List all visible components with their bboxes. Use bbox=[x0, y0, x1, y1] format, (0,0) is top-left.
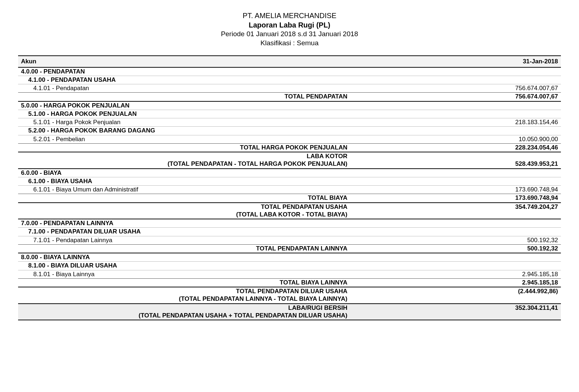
row-5-1-01: 5.1.01 - Harga Pokok Penjualan 218.183.1… bbox=[18, 118, 561, 127]
row-label-line1: LABA/RUGI BERSIH bbox=[21, 304, 347, 312]
section-label: 5.2.00 - HARGA POKOK BARANG DAGANG bbox=[18, 127, 355, 135]
row-value: 352.304.211,41 bbox=[355, 304, 561, 320]
row-5-2-01: 5.2.01 - Pembelian 10.050.900,00 bbox=[18, 135, 561, 143]
row-label-line1: TOTAL PENDAPATAN USAHA bbox=[21, 203, 347, 211]
section-label: 4.1.00 - PENDAPATAN USAHA bbox=[18, 76, 355, 84]
row-value: 228.234.054,46 bbox=[355, 143, 561, 152]
col-header-date: 31-Jan-2018 bbox=[355, 56, 561, 67]
section-5-2-00: 5.2.00 - HARGA POKOK BARANG DAGANG bbox=[18, 127, 561, 135]
col-header-akun: Akun bbox=[18, 56, 355, 67]
row-4-1-01: 4.1.01 - Pendapatan 756.674.007,67 bbox=[18, 84, 561, 93]
company-name: PT. AMELIA MERCHANDISE bbox=[18, 11, 561, 20]
row-value: 218.183.154,46 bbox=[355, 118, 561, 127]
section-6-0-00: 6.0.00 - BIAYA bbox=[18, 169, 561, 177]
section-label: 5.0.00 - HARGA POKOK PENJUALAN bbox=[18, 101, 355, 110]
section-label: 7.1.00 - PENDAPATAN DILUAR USAHA bbox=[18, 228, 355, 236]
row-label: 6.1.01 - Biaya Umum dan Administratif bbox=[18, 186, 355, 194]
row-value: 2.945.185,18 bbox=[355, 270, 561, 278]
section-6-1-00: 6.1.00 - BIAYA USAHA bbox=[18, 177, 561, 185]
row-label: TOTAL PENDAPATAN LAINNYA bbox=[18, 244, 355, 253]
section-label: 7.0.00 - PENDAPATAN LAINNYA bbox=[18, 219, 355, 228]
row-label: 7.1.01 - Pendapatan Lainnya bbox=[18, 236, 355, 244]
table-header-row: Akun 31-Jan-2018 bbox=[18, 56, 561, 67]
row-value: 173.690.748,94 bbox=[355, 186, 561, 194]
section-8-1-00: 8.1.00 - BIAYA DILUAR USAHA bbox=[18, 262, 561, 270]
row-value: 756.674.007,67 bbox=[355, 84, 561, 93]
section-5-1-00: 5.1.00 - HARGA POKOK PENJUALAN bbox=[18, 110, 561, 118]
row-7-1-01: 7.1.01 - Pendapatan Lainnya 500.192,32 bbox=[18, 236, 561, 244]
row-label: 4.1.01 - Pendapatan bbox=[18, 84, 355, 93]
row-total-biaya-lain: TOTAL BIAYA LAINNYA 2.945.185,18 bbox=[18, 278, 561, 287]
row-label: TOTAL BIAYA bbox=[18, 194, 355, 203]
report-classification: Klasifikasi : Semua bbox=[18, 39, 561, 48]
row-value: 173.690.748,94 bbox=[355, 194, 561, 203]
row-value: 500.192,32 bbox=[355, 236, 561, 244]
section-5-0-00: 5.0.00 - HARGA POKOK PENJUALAN bbox=[18, 101, 561, 110]
section-7-0-00: 7.0.00 - PENDAPATAN LAINNYA bbox=[18, 219, 561, 228]
row-6-1-01: 6.1.01 - Biaya Umum dan Administratif 17… bbox=[18, 186, 561, 194]
row-value: 756.674.007,67 bbox=[355, 93, 561, 101]
section-7-1-00: 7.1.00 - PENDAPATAN DILUAR USAHA bbox=[18, 228, 561, 236]
row-label-line2: (TOTAL LABA KOTOR - TOTAL BIAYA) bbox=[21, 211, 347, 218]
row-value: 10.050.900,00 bbox=[355, 135, 561, 143]
row-8-1-01: 8.1.01 - Biaya Lainnya 2.945.185,18 bbox=[18, 270, 561, 278]
row-total-hpp: TOTAL HARGA POKOK PENJUALAN 228.234.054,… bbox=[18, 143, 561, 152]
section-label: 6.0.00 - BIAYA bbox=[18, 169, 355, 177]
section-label: 6.1.00 - BIAYA USAHA bbox=[18, 177, 355, 185]
section-label: 8.1.00 - BIAYA DILUAR USAHA bbox=[18, 262, 355, 270]
section-label: 4.0.00 - PENDAPATAN bbox=[18, 67, 355, 76]
row-value: 2.945.185,18 bbox=[355, 278, 561, 287]
row-total-pendapatan: TOTAL PENDAPATAN 756.674.007,67 bbox=[18, 93, 561, 101]
section-label: 5.1.00 - HARGA POKOK PENJUALAN bbox=[18, 110, 355, 118]
row-label-line1: LABA KOTOR bbox=[21, 152, 347, 160]
row-label: TOTAL PENDAPATAN bbox=[18, 93, 355, 101]
row-label-line2: (TOTAL PENDAPATAN - TOTAL HARGA POKOK PE… bbox=[21, 160, 347, 168]
row-label: TOTAL HARGA POKOK PENJUALAN bbox=[18, 143, 355, 152]
row-laba-kotor: LABA KOTOR (TOTAL PENDAPATAN - TOTAL HAR… bbox=[18, 152, 561, 169]
row-label: 8.1.01 - Biaya Lainnya bbox=[18, 270, 355, 278]
row-label-line1: TOTAL PENDAPATAN DILUAR USAHA bbox=[21, 287, 347, 295]
section-4-1-00: 4.1.00 - PENDAPATAN USAHA bbox=[18, 76, 561, 84]
row-label: 5.2.01 - Pembelian bbox=[18, 135, 355, 143]
report-period: Periode 01 Januari 2018 s.d 31 Januari 2… bbox=[18, 30, 561, 39]
report-title: Laporan Laba Rugi (PL) bbox=[18, 20, 561, 30]
row-total-pend-lain: TOTAL PENDAPATAN LAINNYA 500.192,32 bbox=[18, 244, 561, 253]
pl-table: Akun 31-Jan-2018 4.0.00 - PENDAPATAN 4.1… bbox=[18, 55, 561, 320]
section-4-0-00: 4.0.00 - PENDAPATAN bbox=[18, 67, 561, 76]
section-8-0-00: 8.0.00 - BIAYA LAINNYA bbox=[18, 253, 561, 262]
row-total-pend-diluar: TOTAL PENDAPATAN DILUAR USAHA (TOTAL PEN… bbox=[18, 287, 561, 304]
row-value: 528.439.953,21 bbox=[355, 152, 561, 169]
report-header: PT. AMELIA MERCHANDISE Laporan Laba Rugi… bbox=[18, 11, 561, 47]
row-total-pend-usaha: TOTAL PENDAPATAN USAHA (TOTAL LABA KOTOR… bbox=[18, 203, 561, 219]
section-label: 8.0.00 - BIAYA LAINNYA bbox=[18, 253, 355, 262]
row-value: 354.749.204,27 bbox=[355, 203, 561, 219]
row-total-biaya: TOTAL BIAYA 173.690.748,94 bbox=[18, 194, 561, 203]
row-value: 500.192,32 bbox=[355, 244, 561, 253]
row-laba-rugi-bersih: LABA/RUGI BERSIH (TOTAL PENDAPATAN USAHA… bbox=[18, 304, 561, 320]
row-label: 5.1.01 - Harga Pokok Penjualan bbox=[18, 118, 355, 127]
row-label-line2: (TOTAL PENDAPATAN LAINNYA - TOTAL BIAYA … bbox=[21, 295, 347, 303]
row-label-line2: (TOTAL PENDAPATAN USAHA + TOTAL PENDAPAT… bbox=[21, 312, 347, 319]
row-label: TOTAL BIAYA LAINNYA bbox=[18, 278, 355, 287]
row-value: (2.444.992,86) bbox=[355, 287, 561, 304]
